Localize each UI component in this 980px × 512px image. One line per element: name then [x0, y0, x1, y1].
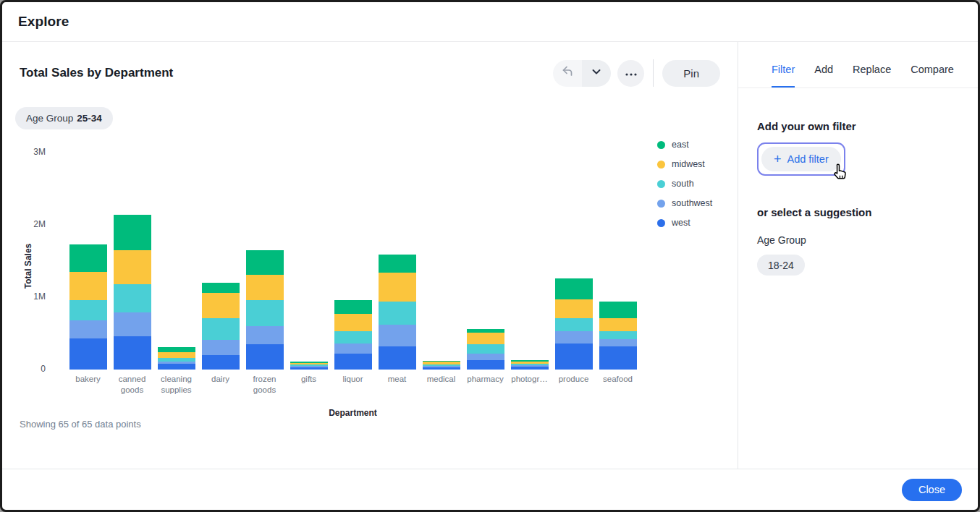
bar-segment-midwest[interactable] [379, 273, 416, 302]
legend-item-east[interactable]: east [657, 140, 712, 150]
bar-segment-southwest[interactable] [334, 344, 372, 354]
applied-filter-chip[interactable]: Age Group 25-34 [15, 107, 113, 129]
bar-segment-west[interactable] [555, 344, 593, 370]
suggestion-group-label: Age Group [757, 234, 959, 246]
bar-segment-south[interactable] [114, 284, 151, 312]
undo-button[interactable] [553, 60, 582, 87]
bar-column[interactable] [375, 153, 419, 370]
bar-column[interactable] [198, 153, 242, 370]
bar-column[interactable] [287, 153, 331, 370]
bar-segment-west[interactable] [290, 367, 328, 370]
x-tick-label: frozen goods [242, 374, 287, 396]
bar-segment-midwest[interactable] [334, 314, 372, 331]
bar-column[interactable] [66, 153, 110, 370]
suggestion-heading: or select a suggestion [757, 206, 959, 218]
legend-item-west[interactable]: west [657, 218, 712, 228]
history-dropdown-button[interactable] [582, 60, 611, 87]
bar-segment-west[interactable] [158, 364, 195, 370]
bar-segment-southwest[interactable] [69, 320, 107, 338]
x-tick-label: liquor [331, 374, 375, 396]
bar-segment-west[interactable] [467, 360, 504, 370]
bar-segment-east[interactable] [114, 215, 151, 250]
bar-segment-southwest[interactable] [599, 339, 637, 347]
data-points-status: Showing 65 of 65 data points [20, 419, 141, 430]
bar-segment-west[interactable] [334, 354, 372, 370]
bar-segment-southwest[interactable] [467, 354, 504, 360]
bar-segment-south[interactable] [334, 331, 372, 344]
x-tick-label: canned goods [110, 374, 154, 396]
bar-segment-east[interactable] [202, 283, 240, 293]
legend-label: west [672, 218, 690, 228]
bar-segment-south[interactable] [69, 300, 107, 320]
bar-segment-west[interactable] [423, 367, 460, 370]
bar-column[interactable] [242, 153, 287, 370]
bar-segment-west[interactable] [246, 344, 284, 370]
bar-segment-east[interactable] [599, 302, 637, 318]
bar-column[interactable] [331, 153, 375, 370]
bar-segment-west[interactable] [202, 355, 240, 370]
bar-column[interactable] [552, 153, 596, 370]
bar-column[interactable] [419, 153, 463, 370]
x-tick-label: photogr… [507, 374, 552, 396]
bar-segment-west[interactable] [69, 338, 107, 370]
tab-filter[interactable]: Filter [772, 64, 795, 88]
bar-segment-midwest[interactable] [69, 272, 107, 300]
add-filter-focus-ring: + Add filter [757, 142, 845, 176]
bar-segment-southwest[interactable] [555, 331, 593, 344]
legend-dot [657, 219, 665, 227]
bar-segment-midwest[interactable] [158, 352, 195, 358]
mouse-cursor-icon [831, 163, 850, 186]
bar-segment-midwest[interactable] [599, 318, 637, 332]
bar-segment-east[interactable] [379, 255, 416, 273]
x-tick-label: seafood [596, 374, 640, 396]
close-button[interactable]: Close [902, 479, 962, 501]
bar-column[interactable] [463, 153, 507, 370]
bar-segment-east[interactable] [334, 300, 372, 314]
bar-segment-southwest[interactable] [246, 326, 284, 344]
bar-segment-south[interactable] [599, 331, 637, 339]
tab-add[interactable]: Add [814, 64, 833, 88]
bar-segment-south[interactable] [246, 300, 284, 326]
ellipsis-icon [625, 67, 638, 80]
bar-segment-southwest[interactable] [114, 312, 151, 336]
legend-label: midwest [672, 159, 705, 169]
bar-segment-west[interactable] [511, 367, 549, 370]
bar-segment-west[interactable] [379, 346, 416, 370]
bar-segment-east[interactable] [69, 244, 107, 272]
bar-segment-east[interactable] [555, 278, 593, 299]
bar-segment-south[interactable] [555, 318, 593, 331]
bar-column[interactable] [110, 153, 154, 370]
legend-dot [657, 200, 665, 208]
bar-segment-southwest[interactable] [379, 325, 416, 346]
bar-segment-west[interactable] [114, 336, 151, 370]
bar-column[interactable] [154, 153, 198, 370]
legend-item-south[interactable]: south [657, 179, 712, 189]
bar-segment-west[interactable] [599, 346, 637, 370]
bar-segment-south[interactable] [467, 344, 504, 354]
bar-segment-east[interactable] [158, 347, 195, 352]
tab-compare[interactable]: Compare [911, 64, 954, 88]
bar-segment-midwest[interactable] [114, 250, 151, 284]
bar-column[interactable] [507, 153, 552, 370]
tab-replace[interactable]: Replace [853, 64, 891, 88]
chart-title: Total Sales by Department [20, 66, 173, 80]
bar-segment-southwest[interactable] [202, 340, 240, 355]
y-tick-label: 0 [15, 364, 46, 374]
bar-segment-midwest[interactable] [246, 275, 284, 300]
bar-segment-midwest[interactable] [467, 333, 504, 344]
pin-button[interactable]: Pin [662, 60, 720, 87]
legend-item-southwest[interactable]: southwest [657, 198, 712, 208]
bar-column[interactable] [596, 153, 640, 370]
add-filter-button[interactable]: + Add filter [761, 147, 841, 171]
bar-segment-south[interactable] [379, 302, 416, 325]
bar-segment-south[interactable] [202, 318, 240, 340]
bar-segment-east[interactable] [246, 250, 284, 275]
more-options-button[interactable] [617, 60, 644, 87]
bar-segment-midwest[interactable] [555, 299, 593, 319]
legend-item-midwest[interactable]: midwest [657, 159, 712, 169]
suggestion-chip[interactable]: 18-24 [757, 255, 805, 276]
y-axis-title: Total Sales [23, 237, 33, 295]
x-tick-label: medical [419, 374, 463, 396]
bar-segment-midwest[interactable] [202, 293, 240, 318]
filter-chip-label: Age Group [26, 113, 73, 124]
